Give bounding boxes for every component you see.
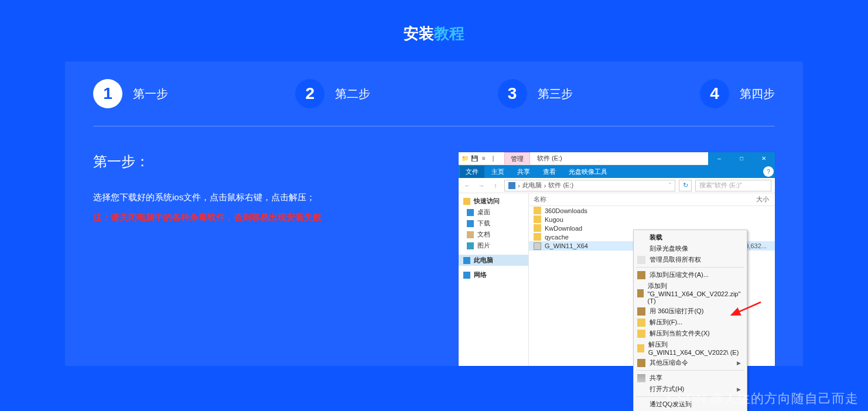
address-bar: ← → ↑ › 此电脑 › 软件 (E:) ˇ ↻ 搜索"软件 (E:)" — [459, 178, 775, 193]
file-name: G_WIN11_X64 — [545, 242, 638, 249]
desktop-icon — [467, 209, 474, 216]
file-icon — [534, 224, 541, 232]
watermark: CSDN @人生的方向随自己而走 — [667, 390, 859, 407]
nav-up-icon[interactable]: ↑ — [490, 182, 501, 189]
nav-pictures[interactable]: 图片 — [459, 240, 528, 251]
ctx-item[interactable]: 解压到当前文件夹(X) — [634, 328, 747, 339]
step-tabs: 1 第一步 2 第二步 3 第三步 4 第四步 — [93, 61, 775, 126]
step-2-label: 第二步 — [335, 86, 370, 102]
ctx-item-icon — [637, 400, 645, 409]
ctx-item[interactable]: 管理员取得所有权 — [634, 254, 747, 265]
ctx-item-label: 解压到(F)... — [650, 318, 682, 327]
ctx-item[interactable]: 刻录光盘映像 — [634, 243, 747, 254]
step-2[interactable]: 2 第二步 — [295, 79, 370, 108]
minimize-button[interactable]: – — [708, 152, 730, 165]
step-warning: 注：请关闭电脑中的各种杀毒软件，否则容易出现安装失败 — [93, 212, 398, 223]
ribbon-share[interactable]: 共享 — [511, 166, 536, 178]
nav-forward-icon[interactable]: → — [476, 182, 487, 189]
ctx-item-icon — [637, 385, 645, 393]
ctx-item-label: 管理员取得所有权 — [650, 255, 701, 264]
picture-icon — [467, 242, 474, 249]
ctx-item[interactable]: 添加到 "G_WIN11_X64_OK_V2022.zip" (T) — [634, 280, 747, 306]
maximize-button[interactable]: □ — [730, 152, 753, 165]
search-placeholder: 搜索"软件 (E:)" — [699, 181, 742, 190]
nav-quickaccess[interactable]: 快速访问 — [459, 196, 528, 207]
title-part2: 教程 — [434, 25, 464, 42]
close-button[interactable]: ✕ — [753, 152, 775, 165]
nav-network[interactable]: 网络 — [459, 269, 528, 280]
step-3[interactable]: 3 第三步 — [498, 79, 573, 108]
folder-icon: 📁 — [461, 155, 469, 163]
step-description: 选择您下载好的系统ios文件，点击鼠标右键，点击解压； — [93, 189, 398, 206]
page-title: 安装教程 — [0, 0, 868, 61]
instruction-text: 第一步： 选择您下载好的系统ios文件，点击鼠标右键，点击解压； 注：请关闭电脑… — [93, 152, 398, 366]
ctx-item-label: 解压到当前文件夹(X) — [650, 329, 710, 338]
path-drive: 软件 (E:) — [548, 181, 573, 190]
file-list: 名称 大小 360Downloads Kugou KwDownload qyca… — [529, 193, 775, 366]
ribbon-disctool[interactable]: 光盘映像工具 — [564, 166, 612, 178]
nav-thispc[interactable]: 此电脑 — [459, 255, 528, 266]
step-1-number: 1 — [93, 79, 122, 108]
ctx-item-icon — [637, 234, 645, 242]
ribbon-view[interactable]: 查看 — [537, 166, 562, 178]
refresh-icon[interactable]: ↻ — [679, 180, 692, 191]
ctx-item-icon — [637, 307, 645, 316]
screenshot-area: 📁 💾 ≡ | 管理 软件 (E:) – □ ✕ — [415, 152, 775, 366]
ctx-item[interactable]: 其他压缩命令▶ — [634, 357, 747, 368]
ribbon-file[interactable]: 文件 — [460, 166, 484, 178]
ctx-item-label: 刻录光盘映像 — [650, 244, 688, 253]
step-heading: 第一步： — [93, 152, 398, 171]
document-icon — [467, 231, 474, 238]
ctx-item-icon — [637, 271, 645, 279]
step-4-number: 4 — [700, 79, 729, 108]
explorer-body: 快速访问 桌面 下载 文档 图片 此电脑 网络 名称 大小 360Dow — [459, 193, 775, 366]
help-icon[interactable]: ? — [763, 166, 774, 177]
ctx-item[interactable]: 解压到 G_WIN11_X64_OK_V2022\ (E) — [634, 339, 747, 357]
ribbon-home[interactable]: 主页 — [486, 166, 510, 178]
ctx-item[interactable]: 用 360压缩打开(Q) — [634, 306, 747, 317]
download-icon — [467, 220, 474, 227]
file-row[interactable]: Kugou — [529, 215, 775, 224]
file-name: Kugou — [545, 216, 638, 223]
ctx-item-icon — [637, 330, 645, 338]
col-size[interactable]: 大小 — [740, 193, 775, 206]
file-icon — [534, 207, 541, 214]
ctx-item-icon — [637, 344, 644, 352]
network-icon — [463, 272, 470, 279]
star-icon — [463, 198, 470, 205]
ctx-item-label: 装载 — [650, 233, 662, 242]
file-icon — [534, 242, 541, 250]
file-name: 360Downloads — [545, 207, 638, 214]
ctx-item-label: 共享 — [650, 374, 662, 382]
ctx-item-label: 添加到 "G_WIN11_X64_OK_V2022.zip" (T) — [648, 282, 741, 304]
search-input[interactable]: 搜索"软件 (E:)" — [695, 180, 771, 191]
ctx-item-icon — [637, 359, 645, 367]
nav-downloads[interactable]: 下载 — [459, 218, 528, 229]
step-4[interactable]: 4 第四步 — [700, 79, 775, 108]
disk-icon: 💾 — [470, 155, 479, 163]
path-pc: 此电脑 — [522, 181, 542, 190]
pipe-icon: | — [489, 155, 497, 163]
chevron-right-icon: ▶ — [737, 360, 741, 366]
step-3-label: 第三步 — [538, 86, 573, 102]
step-3-number: 3 — [498, 79, 527, 108]
ribbon-bar: 文件 主页 共享 查看 光盘映像工具 ? — [459, 165, 775, 178]
step-content: 第一步： 选择您下载好的系统ios文件，点击鼠标右键，点击解压； 注：请关闭电脑… — [93, 126, 775, 366]
ctx-item[interactable]: 共享 — [634, 372, 747, 383]
file-name: qycache — [545, 234, 638, 241]
file-row[interactable]: 360Downloads — [529, 206, 775, 215]
ctx-item[interactable]: 添加到压缩文件(A)... — [634, 269, 747, 280]
manage-tab[interactable]: 管理 — [504, 152, 530, 165]
window-title: 软件 (E:) — [531, 152, 568, 165]
nav-desktop[interactable]: 桌面 — [459, 207, 528, 218]
nav-documents[interactable]: 文档 — [459, 229, 528, 240]
col-name[interactable]: 名称 — [529, 193, 634, 206]
pc-icon — [508, 182, 515, 189]
ctx-item[interactable]: 装载 — [634, 232, 747, 243]
path-box[interactable]: › 此电脑 › 软件 (E:) ˇ — [504, 180, 675, 191]
nav-back-icon[interactable]: ← — [462, 182, 473, 189]
step-1[interactable]: 1 第一步 — [93, 79, 168, 108]
file-icon — [534, 215, 541, 223]
ctx-item[interactable]: 解压到(F)... — [634, 317, 747, 328]
tutorial-panel: 1 第一步 2 第二步 3 第三步 4 第四步 第一步： 选择您下载好的系统io… — [65, 61, 803, 366]
